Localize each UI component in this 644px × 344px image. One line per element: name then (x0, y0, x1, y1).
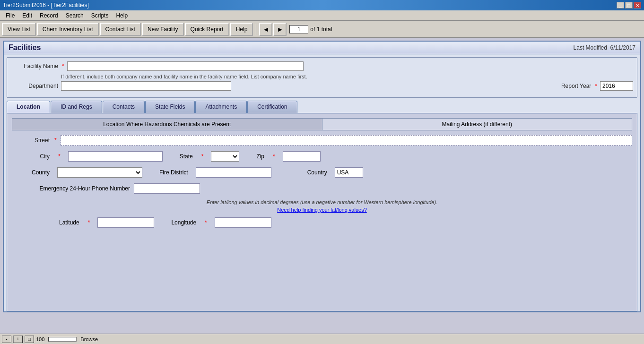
report-year-input[interactable] (600, 81, 633, 91)
facility-name-required: * (62, 63, 64, 69)
report-year-group: Report Year * (544, 81, 633, 91)
state-label: State (180, 153, 193, 160)
menu-edit[interactable]: Edit (18, 11, 36, 20)
window-title: Tier2Submit2016 - [Tier2Facilities] (3, 2, 89, 9)
fire-district-label: Fire District (159, 169, 188, 176)
restore-button[interactable]: □ (625, 2, 633, 9)
county-select[interactable] (57, 167, 142, 178)
longitude-label: Longitude (171, 219, 196, 226)
facility-name-row: Facility Name * (11, 61, 633, 71)
zip-label: Zip (256, 153, 264, 160)
status-mode: Browse (80, 336, 98, 342)
zip-input[interactable] (283, 151, 321, 162)
street-required: * (54, 137, 57, 144)
city-required: * (58, 153, 61, 160)
tab-id-and-regs[interactable]: ID and Regs (51, 101, 102, 113)
tab-location[interactable]: Location (7, 101, 50, 113)
menu-record[interactable]: Record (36, 11, 62, 20)
chem-inventory-button[interactable]: Chem Inventory List (37, 23, 99, 36)
report-year-required: * (595, 83, 597, 89)
last-modified-label: Last Modified (574, 44, 607, 51)
record-counter: of 1 total (289, 25, 332, 34)
fire-district-input[interactable] (196, 167, 271, 178)
window-controls: _ □ ✕ (617, 2, 641, 9)
tab-certification[interactable]: Certification (247, 101, 297, 113)
zoom-level: 100 (36, 336, 44, 342)
report-year-label: Report Year (544, 83, 591, 89)
city-state-zip-row: City * State * ALAKAZAR CACOCTDE FLGAHII… (12, 151, 632, 162)
nav-prev-button[interactable]: ◄ (259, 23, 272, 36)
tabs-container: Location ID and Regs Contacts State Fiel… (7, 101, 637, 113)
scroll-indicator (48, 337, 77, 342)
contact-list-button[interactable]: Contact List (100, 23, 141, 36)
location-section-headers: Location Where Hazardous Chemicals are P… (12, 118, 632, 130)
state-required: * (201, 153, 204, 160)
facility-form-section: Facility Name * If different, include bo… (7, 57, 637, 98)
emergency-phone-input[interactable] (134, 183, 200, 194)
help-button[interactable]: Help (230, 23, 253, 36)
nav-next-button[interactable]: ► (273, 23, 287, 36)
last-modified: Last Modified 6/11/2017 (574, 44, 635, 51)
facilities-header: Facilities Last Modified 6/11/2017 (4, 42, 640, 54)
new-facility-button[interactable]: New Facility (142, 23, 184, 36)
menu-bar: File Edit Record Search Scripts Help (0, 10, 644, 21)
latlong-row: Latitude * Longitude * (12, 217, 632, 228)
facilities-panel: Facilities Last Modified 6/11/2017 Facil… (3, 41, 641, 312)
department-row: Department Report Year * (11, 81, 633, 91)
country-label: Country (307, 169, 327, 176)
tab-content-location: Location Where Hazardous Chemicals are P… (7, 113, 637, 311)
emergency-row: Emergency 24-Hour Phone Number (12, 183, 632, 194)
menu-scripts[interactable]: Scripts (87, 11, 113, 20)
tab-attachments[interactable]: Attachments (195, 101, 247, 113)
minimize-button[interactable]: _ (617, 2, 624, 9)
close-button[interactable]: ✕ (634, 2, 641, 9)
menu-help[interactable]: Help (112, 11, 131, 20)
emergency-label: Emergency 24-Hour Phone Number (12, 185, 130, 192)
facilities-title: Facilities (9, 43, 41, 52)
quick-report-button[interactable]: Quick Report (185, 23, 229, 36)
last-modified-date: 6/11/2017 (610, 44, 635, 51)
separator (256, 24, 256, 35)
tab-contacts[interactable]: Contacts (103, 101, 145, 113)
facility-name-label: Facility Name (11, 63, 58, 69)
section-location-header: Location Where Hazardous Chemicals are P… (12, 118, 322, 130)
zip-required: * (273, 153, 275, 160)
latitude-input[interactable] (97, 217, 154, 228)
facility-name-hint: If different, include both company name … (61, 74, 633, 79)
tab-state-fields[interactable]: State Fields (145, 101, 195, 113)
status-bar: - + □ 100 Browse (0, 334, 644, 344)
record-total-label: of 1 total (310, 26, 332, 33)
street-input[interactable] (61, 135, 632, 146)
state-select[interactable]: ALAKAZAR CACOCTDE FLGAHIID ILINIAKS KYLA… (211, 151, 239, 162)
title-bar: Tier2Submit2016 - [Tier2Facilities] _ □ … (0, 0, 644, 10)
department-label: Department (11, 83, 58, 89)
view-list-button[interactable]: View List (2, 23, 36, 36)
department-input[interactable] (61, 81, 231, 91)
section-mailing-header[interactable]: Mailing Address (if different) (322, 118, 633, 130)
zoom-fit-button[interactable]: □ (25, 335, 34, 343)
street-label: Street (12, 137, 50, 144)
toolbar: View List Chem Inventory List Contact Li… (0, 21, 644, 38)
city-input[interactable] (68, 151, 163, 162)
menu-file[interactable]: File (2, 11, 18, 20)
county-label: County (12, 169, 50, 176)
main-content: Facilities Last Modified 6/11/2017 Facil… (0, 38, 644, 344)
menu-search[interactable]: Search (62, 11, 87, 20)
latlong-help-link[interactable]: Need help finding your lat/long values? (12, 207, 632, 213)
longitude-required: * (205, 219, 207, 226)
zoom-in-button[interactable]: + (13, 335, 23, 343)
city-label: City (12, 153, 50, 160)
country-input[interactable] (335, 167, 363, 178)
latitude-label: Latitude (59, 219, 79, 226)
longitude-input[interactable] (215, 217, 271, 228)
county-row: County Fire District Country (12, 167, 632, 178)
latitude-required: * (88, 219, 90, 226)
facility-name-input[interactable] (67, 61, 304, 71)
street-row: Street * (12, 135, 632, 146)
zoom-out-button[interactable]: - (2, 335, 11, 343)
latlong-hint: Enter lat/long values in decimal degrees… (12, 199, 632, 205)
record-number-input[interactable] (289, 25, 308, 34)
